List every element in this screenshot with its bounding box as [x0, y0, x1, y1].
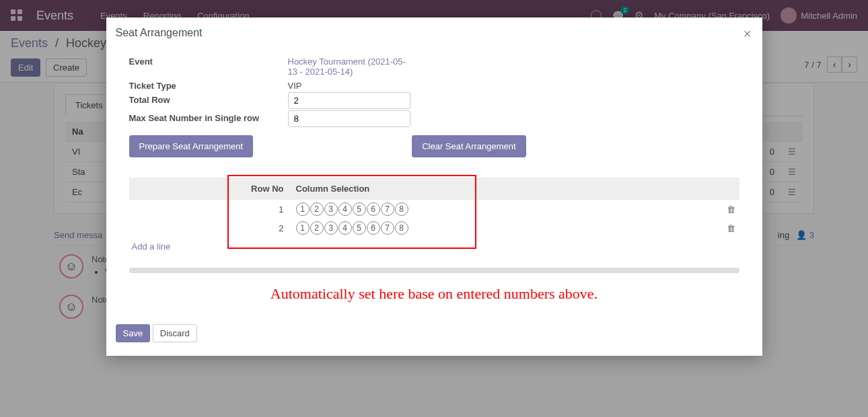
- seat-arrangement-modal: Seat Arrangement × Event Hockey Tourname…: [106, 17, 762, 356]
- seat-toggle[interactable]: 8: [395, 202, 408, 216]
- seat-table: Row No Column Selection 112345678🗑212345…: [129, 178, 739, 237]
- seat-toggle[interactable]: 6: [367, 221, 380, 235]
- label-event: Event: [129, 54, 288, 77]
- seat-toggle[interactable]: 5: [353, 202, 366, 216]
- add-line-link[interactable]: Add a line: [129, 237, 739, 256]
- trash-icon[interactable]: 🗑: [727, 204, 735, 215]
- modal-title: Seat Arrangement: [116, 27, 203, 39]
- total-row-input[interactable]: [288, 92, 410, 109]
- seat-toggle[interactable]: 7: [381, 202, 394, 216]
- discard-button[interactable]: Discard: [153, 324, 197, 342]
- seat-cells: 12345678: [292, 200, 719, 219]
- seat-toggle[interactable]: 1: [296, 221, 310, 235]
- seat-toggle[interactable]: 4: [338, 202, 352, 216]
- value-event[interactable]: Hockey Tournament (2021-05-13 - 2021-05-…: [288, 54, 409, 77]
- label-total-row: Total Row: [129, 92, 288, 109]
- seat-toggle[interactable]: 5: [353, 221, 366, 235]
- value-ticket-type: VIP: [288, 78, 739, 91]
- seat-row: 112345678🗑: [129, 200, 739, 219]
- col-column-selection: Column Selection: [292, 178, 719, 200]
- label-ticket-type: Ticket Type: [129, 78, 288, 91]
- seat-toggle[interactable]: 2: [310, 202, 324, 216]
- seat-cells: 12345678: [292, 219, 719, 237]
- seat-toggle[interactable]: 3: [324, 202, 338, 216]
- seat-toggle[interactable]: 7: [381, 221, 394, 235]
- row-number: 2: [129, 219, 292, 237]
- seat-toggle[interactable]: 8: [395, 221, 408, 235]
- trash-icon[interactable]: 🗑: [727, 223, 735, 233]
- max-seat-input[interactable]: [288, 110, 410, 127]
- seat-row: 212345678🗑: [129, 219, 739, 237]
- label-max-seat: Max Seat Number in Single row: [129, 110, 288, 127]
- close-icon[interactable]: ×: [744, 27, 752, 40]
- clear-seat-button[interactable]: Clear Seat Arrangement: [412, 135, 526, 157]
- prepare-seat-button[interactable]: Prepare Seat Arrangement: [129, 135, 254, 157]
- seat-toggle[interactable]: 1: [296, 202, 310, 216]
- horizontal-scrollbar[interactable]: [129, 268, 739, 273]
- save-button[interactable]: Save: [116, 324, 151, 342]
- col-row-no: Row No: [129, 178, 292, 200]
- seat-toggle[interactable]: 2: [310, 221, 324, 235]
- seat-toggle[interactable]: 3: [324, 221, 338, 235]
- annotation-text: Automatically set here base on entered n…: [129, 285, 739, 303]
- seat-toggle[interactable]: 6: [367, 202, 380, 216]
- modal-overlay[interactable]: Seat Arrangement × Event Hockey Tourname…: [0, 0, 868, 417]
- row-number: 1: [129, 200, 292, 219]
- seat-toggle[interactable]: 4: [338, 221, 352, 235]
